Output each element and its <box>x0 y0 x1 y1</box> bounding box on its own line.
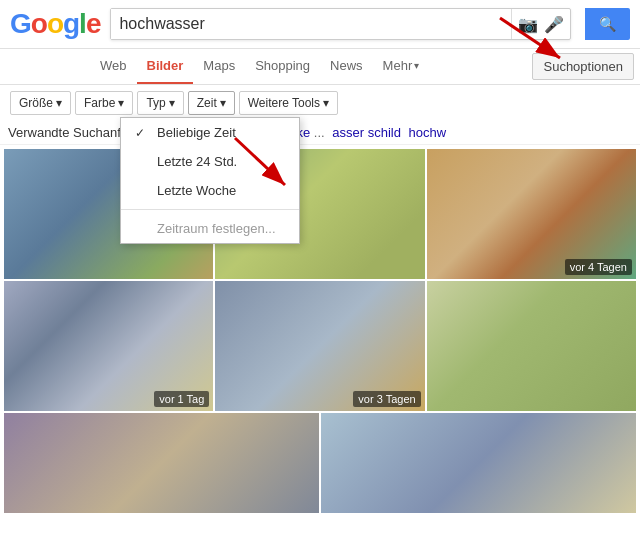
image-row-1: vor 4 Tagen <box>0 149 640 279</box>
dropdown-letzte-woche[interactable]: Letzte Woche <box>121 176 299 205</box>
nav-tabs: Web Bilder Maps Shopping News Mehr ▾ Suc… <box>0 49 640 85</box>
typ-filter[interactable]: Typ ▾ <box>137 91 183 115</box>
search-input[interactable] <box>111 9 511 39</box>
nav-maps[interactable]: Maps <box>193 49 245 84</box>
search-icon: 🔍 <box>599 16 616 32</box>
search-button[interactable]: 🔍 <box>585 8 630 40</box>
google-logo: Google <box>10 8 100 40</box>
mic-icon[interactable]: 🎤 <box>544 15 564 34</box>
image-grid: vor 4 Tagen vor 1 Tag vor 3 Tagen <box>0 145 640 513</box>
image-thumb-5[interactable]: vor 3 Tagen <box>215 281 424 411</box>
search-bar: 📷 🎤 <box>110 8 571 40</box>
zeit-dropdown: ✓ Beliebige Zeit Letzte 24 Std. Letzte W… <box>120 117 300 244</box>
related-ellipsis: ... <box>314 125 328 140</box>
image-thumb-3[interactable]: vor 4 Tagen <box>427 149 636 279</box>
header: Google 📷 🎤 🔍 <box>0 0 640 49</box>
image-thumb-6[interactable] <box>427 281 636 411</box>
related-link-hochw[interactable]: hochw <box>409 125 447 140</box>
dropdown-beliebige-zeit[interactable]: ✓ Beliebige Zeit <box>121 118 299 147</box>
camera-icon[interactable]: 📷 <box>518 15 538 34</box>
dropdown-letzte-24[interactable]: Letzte 24 Std. <box>121 147 299 176</box>
dropdown-divider <box>121 209 299 210</box>
groesse-filter[interactable]: Größe ▾ <box>10 91 71 115</box>
weitere-chevron-icon: ▾ <box>323 96 329 110</box>
related-searches: Verwandte Suchanfragen: hochwasser sands… <box>0 121 640 145</box>
zeit-filter[interactable]: Zeit ▾ <box>188 91 235 115</box>
check-icon: ✓ <box>135 126 149 140</box>
image-label-5: vor 3 Tagen <box>353 391 420 407</box>
image-row-2: vor 1 Tag vor 3 Tagen <box>0 281 640 411</box>
dropdown-zeitraum[interactable]: Zeitraum festlegen... <box>121 214 299 243</box>
image-row-3 <box>0 413 640 513</box>
groesse-chevron-icon: ▾ <box>56 96 62 110</box>
nav-bilder[interactable]: Bilder <box>137 49 194 84</box>
image-thumb-4[interactable]: vor 1 Tag <box>4 281 213 411</box>
weitere-tools-filter[interactable]: Weitere Tools ▾ <box>239 91 338 115</box>
image-thumb-8[interactable] <box>321 413 636 513</box>
image-label-4: vor 1 Tag <box>154 391 209 407</box>
related-link-schild[interactable]: asser schild <box>332 125 401 140</box>
image-thumb-7[interactable] <box>4 413 319 513</box>
farbe-filter[interactable]: Farbe ▾ <box>75 91 133 115</box>
nav-web[interactable]: Web <box>90 49 137 84</box>
nav-news[interactable]: News <box>320 49 373 84</box>
suchoptionen-button[interactable]: Suchoptionen <box>532 53 634 80</box>
typ-chevron-icon: ▾ <box>169 96 175 110</box>
nav-shopping[interactable]: Shopping <box>245 49 320 84</box>
image-label-3: vor 4 Tagen <box>565 259 632 275</box>
zeit-chevron-icon: ▾ <box>220 96 226 110</box>
farbe-chevron-icon: ▾ <box>118 96 124 110</box>
nav-mehr[interactable]: Mehr ▾ <box>373 49 430 84</box>
mehr-chevron-icon: ▾ <box>414 60 419 71</box>
filter-row: Größe ▾ Farbe ▾ Typ ▾ Zeit ▾ Weitere Too… <box>0 85 640 121</box>
